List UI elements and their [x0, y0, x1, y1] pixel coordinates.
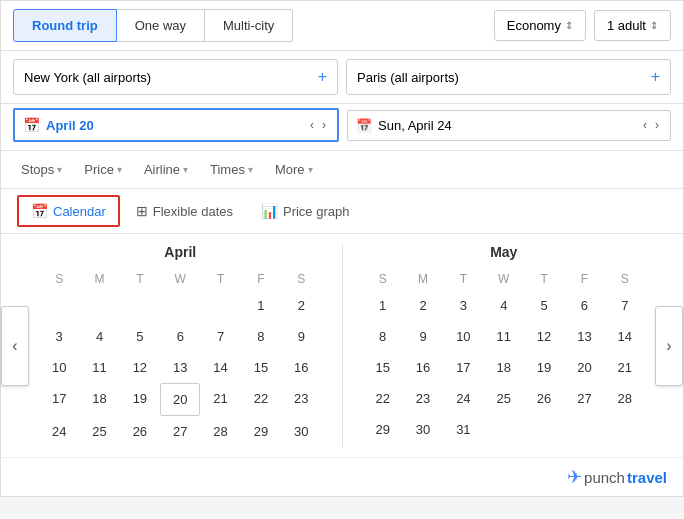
april-day-30[interactable]: 30 — [281, 416, 321, 447]
filter-row: Stops Price Airline Times More — [1, 151, 683, 189]
may-day-21[interactable]: 21 — [605, 352, 645, 383]
may-day-29[interactable]: 29 — [363, 414, 403, 445]
april-day-13[interactable]: 13 — [160, 352, 200, 383]
april-day-26[interactable]: 26 — [120, 416, 160, 447]
passengers-select[interactable]: 1 adult — [594, 10, 671, 41]
may-day-10[interactable]: 10 — [443, 321, 483, 352]
times-filter[interactable]: Times — [202, 157, 261, 182]
grid-icon: ⊞ — [136, 203, 148, 219]
may-day-15[interactable]: 15 — [363, 352, 403, 383]
may-day-5[interactable]: 5 — [524, 290, 564, 321]
multi-city-button[interactable]: Multi-city — [205, 9, 293, 42]
return-prev-button[interactable]: ‹ — [640, 118, 650, 132]
may-day-2[interactable]: 2 — [403, 290, 443, 321]
april-day-25[interactable]: 25 — [79, 416, 119, 447]
more-filter[interactable]: More — [267, 157, 321, 182]
april-day-5[interactable]: 5 — [120, 321, 160, 352]
may-day-13[interactable]: 13 — [564, 321, 604, 352]
brand-icon: ✈ — [567, 466, 582, 488]
may-day-20[interactable]: 20 — [564, 352, 604, 383]
depart-prev-button[interactable]: ‹ — [307, 118, 317, 132]
may-day-18[interactable]: 18 — [484, 352, 524, 383]
april-day-11[interactable]: 11 — [79, 352, 119, 383]
may-day-3[interactable]: 3 — [443, 290, 483, 321]
april-month-label: April — [39, 244, 322, 260]
april-day-28[interactable]: 28 — [200, 416, 240, 447]
april-day-1[interactable]: 1 — [241, 290, 281, 321]
may-calendar: May S M T W T F S 1 2 3 4 5 6 — [363, 244, 646, 447]
may-day-7[interactable]: 7 — [605, 290, 645, 321]
may-day-23[interactable]: 23 — [403, 383, 443, 414]
april-day-4[interactable]: 4 — [79, 321, 119, 352]
round-trip-button[interactable]: Round trip — [13, 9, 117, 42]
april-day-3[interactable]: 3 — [39, 321, 79, 352]
april-day-8[interactable]: 8 — [241, 321, 281, 352]
april-day-15[interactable]: 15 — [241, 352, 281, 383]
origin-input[interactable]: New York (all airports) + — [13, 59, 338, 95]
may-day-25[interactable]: 25 — [484, 383, 524, 414]
may-day-26[interactable]: 26 — [524, 383, 564, 414]
april-day-12[interactable]: 12 — [120, 352, 160, 383]
cabin-class-select[interactable]: Economy — [494, 10, 586, 41]
bar-chart-icon: 📊 — [261, 203, 278, 219]
may-day-17[interactable]: 17 — [443, 352, 483, 383]
april-empty-4 — [160, 290, 200, 321]
one-way-button[interactable]: One way — [117, 9, 205, 42]
april-day-6[interactable]: 6 — [160, 321, 200, 352]
may-day-24[interactable]: 24 — [443, 383, 483, 414]
may-month-label: May — [363, 244, 646, 260]
airline-filter[interactable]: Airline — [136, 157, 196, 182]
april-day-9[interactable]: 9 — [281, 321, 321, 352]
april-day-10[interactable]: 10 — [39, 352, 79, 383]
origin-plus-icon[interactable]: + — [318, 68, 327, 86]
destination-input[interactable]: Paris (all airports) + — [346, 59, 671, 95]
calendar-view-button[interactable]: 📅 Calendar — [17, 195, 120, 227]
may-day-27[interactable]: 27 — [564, 383, 604, 414]
april-day-23[interactable]: 23 — [281, 383, 321, 416]
april-day-21[interactable]: 21 — [200, 383, 240, 416]
depart-next-button[interactable]: › — [319, 118, 329, 132]
may-day-19[interactable]: 19 — [524, 352, 564, 383]
return-next-button[interactable]: › — [652, 118, 662, 132]
prev-month-button[interactable]: ‹ — [1, 306, 29, 386]
may-day-9[interactable]: 9 — [403, 321, 443, 352]
april-day-22[interactable]: 22 — [241, 383, 281, 416]
may-day-4[interactable]: 4 — [484, 290, 524, 321]
april-day-27[interactable]: 27 — [160, 416, 200, 447]
price-graph-button[interactable]: 📊 Price graph — [249, 197, 361, 225]
april-day-16[interactable]: 16 — [281, 352, 321, 383]
next-month-button[interactable]: › — [655, 306, 683, 386]
april-day-2[interactable]: 2 — [281, 290, 321, 321]
april-day-29[interactable]: 29 — [241, 416, 281, 447]
may-day-1[interactable]: 1 — [363, 290, 403, 321]
main-container: Round trip One way Multi-city Economy 1 … — [0, 0, 684, 497]
april-day-7[interactable]: 7 — [200, 321, 240, 352]
may-day-16[interactable]: 16 — [403, 352, 443, 383]
may-header-s2: S — [605, 268, 645, 290]
april-day-14[interactable]: 14 — [200, 352, 240, 383]
flexible-dates-button[interactable]: ⊞ Flexible dates — [124, 197, 245, 225]
may-day-31[interactable]: 31 — [443, 414, 483, 445]
may-day-6[interactable]: 6 — [564, 290, 604, 321]
depart-date-input[interactable]: 📅 April 20 ‹ › — [13, 108, 339, 142]
april-day-18[interactable]: 18 — [79, 383, 119, 416]
april-day-24[interactable]: 24 — [39, 416, 79, 447]
may-day-12[interactable]: 12 — [524, 321, 564, 352]
may-day-28[interactable]: 28 — [605, 383, 645, 414]
may-header-s1: S — [363, 268, 403, 290]
may-day-14[interactable]: 14 — [605, 321, 645, 352]
april-day-17[interactable]: 17 — [39, 383, 79, 416]
options-group: Economy 1 adult — [494, 10, 671, 41]
return-calendar-icon: 📅 — [356, 118, 372, 133]
price-filter[interactable]: Price — [76, 157, 130, 182]
may-day-11[interactable]: 11 — [484, 321, 524, 352]
destination-plus-icon[interactable]: + — [651, 68, 660, 86]
april-day-19[interactable]: 19 — [120, 383, 160, 416]
depart-date-nav: ‹ › — [307, 118, 329, 132]
may-day-22[interactable]: 22 — [363, 383, 403, 414]
may-day-30[interactable]: 30 — [403, 414, 443, 445]
may-day-8[interactable]: 8 — [363, 321, 403, 352]
stops-filter[interactable]: Stops — [13, 157, 70, 182]
april-day-20[interactable]: 20 — [160, 383, 200, 416]
return-date-input[interactable]: 📅 Sun, April 24 ‹ › — [347, 110, 671, 141]
